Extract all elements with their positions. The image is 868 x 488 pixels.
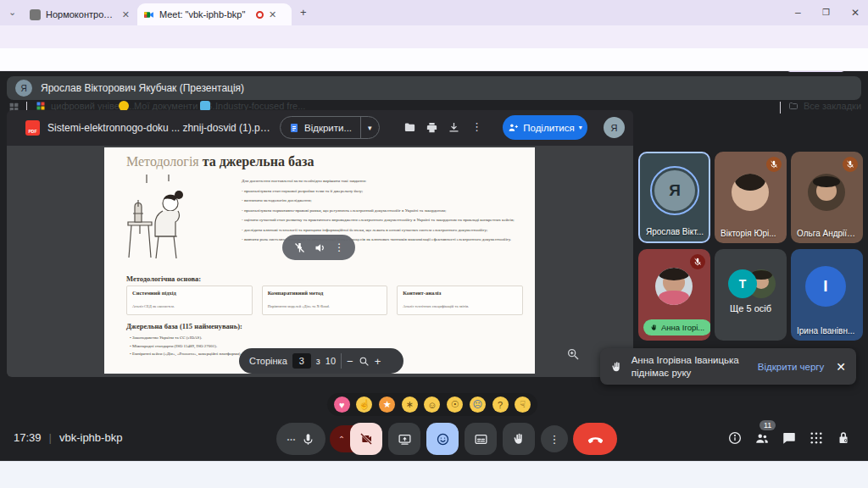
tile-others[interactable]: T Ще 5 осіб (715, 249, 787, 341)
slide-task: - проаналізувати нормативно-правові рамк… (242, 208, 530, 215)
tile-yaroslav[interactable]: Я Ярослав Вікт... (638, 152, 710, 243)
avatar: І (805, 266, 846, 307)
avatar (732, 174, 769, 211)
people-count-badge: 11 (760, 420, 776, 430)
reaction-joy[interactable]: ☺ (424, 396, 440, 413)
folder-icon[interactable] (403, 121, 416, 134)
participant-name: Анна Ігорі... (661, 323, 704, 332)
chat-icon (782, 430, 797, 446)
close-window-button[interactable]: ✕ (851, 7, 860, 19)
more-options-button[interactable]: ⋮ (541, 425, 568, 452)
mic-options-icon[interactable]: ••• (287, 436, 296, 442)
avatar[interactable]: Я (604, 117, 625, 138)
unpin-icon[interactable] (293, 241, 306, 254)
tile-menu-icon[interactable]: ⋮ (334, 241, 344, 253)
camera-control[interactable]: ⌃ (330, 423, 382, 455)
camera-off-button[interactable] (350, 423, 382, 455)
close-tab-icon[interactable]: ✕ (269, 10, 276, 19)
zoom-in-icon[interactable]: + (375, 355, 381, 368)
lock-icon (836, 430, 851, 446)
open-queue-button[interactable]: Відкрити чергу (758, 362, 824, 372)
tile-iryna[interactable]: І Ірина Іванівн... (791, 249, 863, 341)
mic-icon (302, 433, 314, 446)
person-add-icon (508, 122, 519, 133)
activities-button[interactable] (809, 430, 824, 446)
reaction-thumbs-down[interactable]: ☟ (515, 396, 531, 413)
tab-search-icon[interactable]: ⌄ (8, 7, 16, 18)
sources-heading: Джерельна база (115 найменувань): (126, 322, 242, 330)
participant-name: Вікторія Юрі... (721, 229, 776, 238)
download-icon[interactable] (448, 121, 460, 134)
minimize-button[interactable]: – (795, 7, 801, 19)
zoom-out-icon[interactable]: − (347, 355, 353, 368)
all-bookmarks-button[interactable]: Все закладки (788, 101, 861, 111)
tile-viktoriia[interactable]: Вікторія Юрі... (715, 152, 787, 243)
toast-line2: піднімає руку (632, 367, 749, 380)
slide-title-rest: та джерельна база (199, 154, 314, 169)
participant-name: Ярослав Вікт... (646, 227, 704, 236)
reaction-cry[interactable]: ☹ (470, 396, 486, 413)
method-title: Контент-аналіз (403, 290, 517, 296)
avatar: Я (654, 170, 695, 211)
slide-title-accent: Методологія (126, 154, 199, 169)
share-document-button[interactable]: Поділитися ▾ (503, 115, 587, 140)
pdf-menu-icon[interactable]: ⋮ (471, 120, 482, 133)
reaction-astonished[interactable]: ☉ (447, 396, 463, 413)
toast-text: Анна Ігорівна Іваницька піднімає руку (632, 354, 749, 380)
mic-off-icon (766, 157, 782, 172)
tile-anna[interactable]: Анна Ігорі... (638, 249, 710, 341)
magnify-icon[interactable] (566, 347, 580, 361)
pdf-file-icon: PDF (25, 120, 40, 136)
end-call-button[interactable] (573, 423, 617, 455)
others-count-label: Ще 5 осіб (715, 303, 787, 313)
reactions-bar: ♥ ☝ ★ ∗ ☺ ☉ ☹ ? ☟ (327, 393, 537, 416)
people-button[interactable]: 11 (754, 430, 770, 446)
present-button[interactable] (388, 423, 420, 455)
page-total: 10 (326, 356, 336, 366)
pdf-toolbar: PDF Sistemi-elektronnogo-doku ... zhnij-… (7, 110, 633, 146)
method-desc: Аналіз СЕД як екосистем. (132, 304, 175, 308)
page-number-input[interactable]: 3 (292, 353, 311, 369)
new-tab-button[interactable]: + (300, 6, 307, 19)
divider: | (49, 431, 52, 444)
print-icon[interactable] (426, 121, 438, 134)
method-box: Контент-аналізАналіз технічних специфіка… (397, 286, 523, 315)
tile-olha[interactable]: Ольга Андріїв... (791, 152, 863, 243)
chat-button[interactable] (782, 430, 797, 446)
tile-hover-controls: ⋮ (282, 235, 355, 260)
close-tab-icon[interactable]: ✕ (122, 10, 130, 19)
tab-label: Нормоконтроль кваліфікаці (46, 9, 117, 19)
present-icon (398, 432, 412, 446)
reaction-thumbs-up[interactable]: ☝ (356, 396, 372, 413)
reaction-clap[interactable]: ∗ (402, 396, 418, 413)
raise-hand-button[interactable] (503, 423, 535, 455)
volume-icon[interactable] (314, 241, 326, 254)
captions-button[interactable] (465, 423, 497, 455)
caret-down-icon: ▾ (579, 124, 582, 131)
close-toast-icon[interactable]: ✕ (836, 360, 846, 374)
source-item: • Емпіричні кейси («Дія», «Prozorro», ко… (130, 350, 242, 358)
reaction-sparkling-heart[interactable]: ♥ (334, 396, 350, 413)
docs-icon (289, 123, 299, 133)
page-label: Сторінка (249, 356, 287, 366)
restore-button[interactable]: ❐ (822, 8, 830, 17)
chevron-down-icon[interactable]: ▾ (360, 117, 379, 138)
fit-zoom-icon[interactable] (359, 356, 370, 367)
reaction-thinking[interactable]: ? (492, 396, 509, 413)
open-with-button[interactable]: Відкрити... ▾ (280, 116, 380, 139)
method-boxes: Системний підхідАналіз СЕД як екосистем.… (126, 286, 523, 315)
tab-normokontrol[interactable]: Нормоконтроль кваліфікаці ✕ (24, 3, 136, 25)
pdf-filename: Sistemi-elektronnogo-doku ... zhnij-dosv… (47, 122, 275, 134)
slide-intro: Для досягнення поставленої мети необхідн… (242, 178, 530, 186)
info-button[interactable] (727, 430, 743, 446)
reactions-button[interactable] (426, 423, 459, 455)
host-controls-button[interactable] (836, 430, 851, 446)
mic-off-icon (843, 157, 858, 172)
reaction-party-popper[interactable]: ★ (379, 396, 395, 413)
tab-meet[interactable]: Meet: "vbk-iphb-bkp" ✕ (137, 3, 292, 25)
avatar: T (728, 269, 757, 298)
all-bookmarks-label: Все закладки (804, 101, 861, 111)
mic-button[interactable]: ••• (276, 423, 326, 455)
camera-off-icon (359, 432, 373, 446)
slide-page: Методологія та джерельна база Для досягн… (104, 147, 535, 374)
